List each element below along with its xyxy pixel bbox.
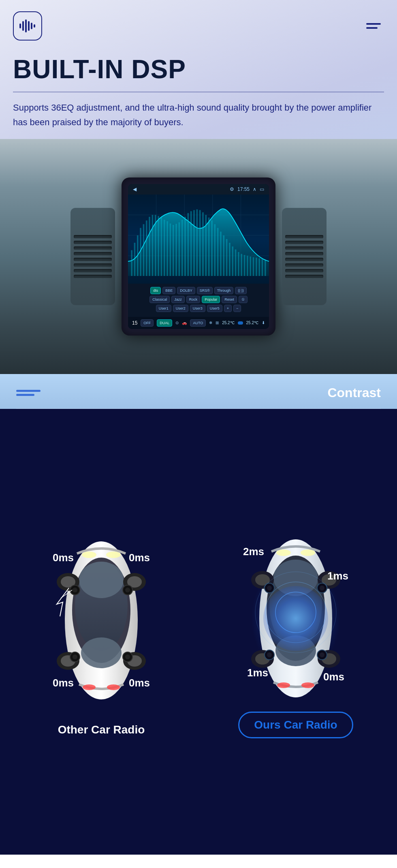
svg-rect-57 [262,259,263,276]
other-delay-top-left: 0ms [53,552,74,564]
ctrl-classical[interactable]: Classical [149,296,170,303]
hamburger-menu-button[interactable] [363,20,384,32]
ctrl-popular[interactable]: Popular [202,296,220,303]
ours-car-svg-wrapper: 2ms 1ms 1ms 0ms [243,533,348,703]
svg-rect-29 [179,222,180,276]
vent-slat [74,275,112,278]
off-btn[interactable]: OFF [141,319,154,327]
ctrl-user2[interactable]: User2 [173,305,188,312]
svg-point-99 [301,549,315,556]
ours-car-wrapper: 2ms 1ms 1ms 0ms [203,525,389,712]
svg-rect-2 [25,19,27,32]
vent-slat [285,246,323,250]
car-icon: 🚗 [182,321,187,325]
ctrl-minus[interactable]: − [233,305,241,312]
ctrl-rock[interactable]: Rock [186,296,201,303]
arrow-down-icon: ⬇ [262,321,265,325]
ctrl-row-2: Classical Jazz Rock Popular Reset ① [130,296,267,303]
svg-rect-17 [143,224,145,276]
svg-rect-40 [211,220,213,276]
ctrl-user5[interactable]: User5 [207,305,222,312]
svg-point-62 [79,562,124,598]
svg-rect-35 [196,209,198,276]
ctrl-srs[interactable]: SRS® [197,287,213,294]
vent-slat [74,246,112,250]
svg-point-74 [83,684,96,690]
svg-rect-47 [232,246,233,276]
vent-slat [285,252,323,255]
svg-rect-31 [184,217,186,276]
svg-point-109 [320,652,324,657]
ours-delay-bottom-right: 0ms [323,671,344,683]
other-delay-bottom-right: 0ms [129,677,150,689]
svg-rect-48 [235,249,237,276]
ctrl-dolby[interactable]: DOLBY [177,287,195,294]
other-delay-top-right: 0ms [129,552,150,564]
svg-rect-23 [161,218,162,276]
svg-rect-58 [265,259,266,276]
ours-car-comparison: 2ms 1ms 1ms 0ms [203,525,389,738]
vent-slat [285,263,323,267]
top-section: BUILT-IN DSP Supports 36EQ adjustment, a… [0,0,397,374]
vent-slat [285,241,323,244]
ctrl-jazz[interactable]: Jazz [171,296,185,303]
ours-delay-top-left: 2ms [243,545,264,558]
battery-icon: ▭ [260,186,264,192]
svg-rect-27 [173,225,174,276]
screen-status-icons: ⚙ 17:55 ∧ ▭ [230,186,264,192]
ctrl-dts[interactable]: dts [150,287,161,294]
contrast-label: Contrast [327,385,381,400]
temp-left: 25.2℃ [222,321,234,325]
ctrl-info[interactable]: ① [239,296,248,303]
ctrl-row-1: dts BBE DOLBY SRS® Through ((·)) [130,287,267,294]
svg-rect-22 [158,216,159,276]
screen-time: 17:55 [237,186,250,192]
svg-rect-45 [226,239,228,276]
vent-slat [74,263,112,267]
ctrl-bbe[interactable]: BBE [162,287,175,294]
ctrl-user3[interactable]: User3 [190,305,205,312]
ctrl-through[interactable]: Through [214,287,234,294]
expand-icon: ⊞ [216,321,219,325]
contrast-icon [16,390,41,396]
ours-car-label-button[interactable]: Ours Car Radio [238,712,353,738]
svg-rect-41 [214,224,216,276]
screen-inner: ◀ ⚙ 17:55 ∧ ▭ [128,184,269,329]
title-divider [13,92,384,92]
logo-icon [13,11,42,41]
vent-slat [285,258,323,261]
dual-btn[interactable]: DUAL [157,319,172,327]
svg-point-81 [73,654,77,659]
svg-rect-21 [155,215,156,276]
contrast-line-2 [16,394,34,396]
signal-icon: ∧ [253,186,256,192]
vent-slat [285,235,323,238]
vent-slat [74,252,112,255]
ctrl-plus[interactable]: + [224,305,232,312]
svg-point-103 [267,586,272,590]
svg-point-75 [107,684,120,690]
svg-rect-33 [190,211,192,276]
svg-point-72 [82,552,96,558]
ctrl-user1[interactable]: User1 [156,305,171,312]
screen-bezel: ◀ ⚙ 17:55 ∧ ▭ [122,177,275,336]
temp-slider[interactable] [238,321,243,325]
svg-rect-50 [241,254,242,276]
title-area: BUILT-IN DSP [0,47,397,83]
fan-icon: ⊙ [175,321,179,325]
svg-point-77 [73,588,77,592]
svg-rect-16 [140,228,141,276]
svg-rect-0 [19,24,21,28]
bluetooth-icon: ⚙ [230,186,234,192]
svg-rect-32 [188,213,189,276]
svg-rect-15 [137,235,139,276]
svg-rect-51 [244,255,245,276]
comparison-section: 0ms 0ms 0ms 0ms [0,409,397,855]
other-car-wrapper: 0ms 0ms 0ms 0ms [8,527,194,714]
ctrl-row-3: User1 User2 User3 User5 + − [130,305,267,312]
snowflake-icon: ❄ [209,321,212,325]
eq-curve-svg [128,195,269,276]
ctrl-misc[interactable]: ((·)) [235,287,247,294]
auto-btn[interactable]: AUTO [190,319,206,327]
ctrl-reset[interactable]: Reset [222,296,237,303]
